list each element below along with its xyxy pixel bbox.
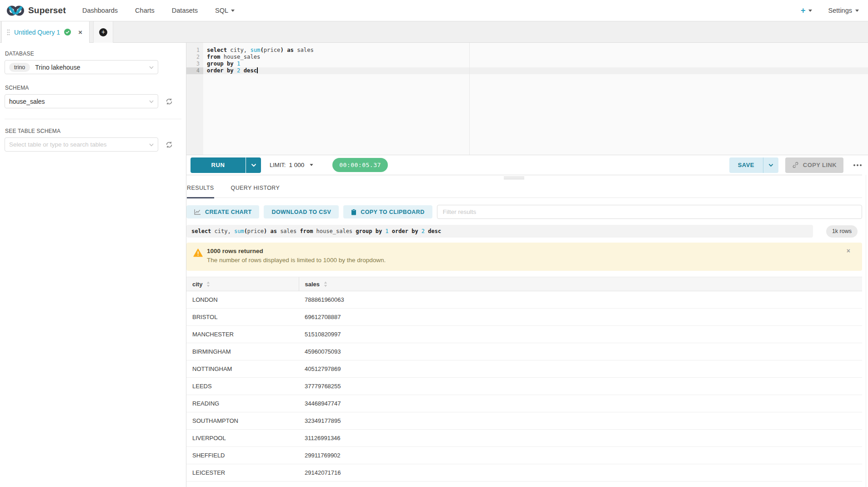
add-tab-button[interactable]: + — [99, 28, 107, 36]
editor-toolbar: RUN LIMIT: 1 000 00:00:05.37 SAVE — [186, 155, 868, 175]
cell-sales: 31126991346 — [299, 430, 862, 447]
line-number: 2 — [186, 54, 203, 61]
drag-handle-icon[interactable] — [7, 29, 10, 36]
cell-sales: 37779768255 — [299, 378, 862, 395]
table-row: LONDON788861960063 — [186, 291, 862, 309]
cell-sales: 34468947747 — [299, 395, 862, 412]
code-line: group by 1 — [207, 61, 868, 67]
limit-value: 1 000 — [289, 162, 304, 168]
table-row: LIVERPOOL31126991346 — [186, 430, 862, 447]
cell-sales: 45960075093 — [299, 343, 862, 360]
schema-select[interactable]: house_sales — [5, 94, 158, 108]
schema-value: house_sales — [9, 98, 45, 105]
brand-name: Superset — [28, 5, 66, 15]
sort-icon[interactable] — [324, 281, 327, 287]
nav-charts[interactable]: Charts — [135, 7, 155, 14]
tab-untitled-query-1[interactable]: Untitled Query 1 × — [1, 21, 90, 43]
main-nav: Dashboards Charts Datasets SQL — [82, 7, 235, 14]
row-count-badge: 1k rows — [826, 225, 858, 238]
nav-datasets[interactable]: Datasets — [172, 7, 198, 14]
table-row: LEEDS37779768255 — [186, 378, 862, 395]
cell-city: LIVERPOOL — [186, 430, 299, 447]
cell-city: READING — [186, 395, 299, 412]
code-line: select city, sum(price) as sales — [207, 47, 868, 54]
chevron-down-icon — [310, 164, 313, 166]
query-tabbar: Untitled Query 1 × + — [0, 21, 868, 43]
sqllab-sidebar: DATABASE trino Trino lakehouse SCHEMA ho… — [0, 43, 186, 487]
table-row: BRISTOL69612708887 — [186, 309, 862, 326]
line-number: 1 — [186, 47, 203, 54]
warning-icon — [193, 249, 203, 257]
results-tabs: RESULTS QUERY HISTORY — [186, 175, 862, 198]
cell-city: SOUTHAMPTON — [186, 412, 299, 430]
chevron-down-icon — [855, 10, 859, 12]
cell-city: BIRMINGHAM — [186, 343, 299, 360]
table-select-placeholder: Select table or type to search tables — [9, 141, 107, 148]
top-navbar: Superset Dashboards Charts Datasets SQL … — [0, 0, 868, 21]
download-csv-button[interactable]: DOWNLOAD TO CSV — [264, 205, 339, 218]
copy-link-button[interactable]: COPY LINK — [785, 157, 843, 173]
run-options-button[interactable] — [246, 157, 261, 173]
table-header-row: city sales — [186, 277, 862, 291]
chevron-down-icon — [149, 143, 154, 147]
cell-sales: 69612708887 — [299, 309, 862, 326]
chevron-down-icon — [808, 10, 812, 12]
table-row: READING34468947747 — [186, 395, 862, 412]
table-row: NOTTINGHAM40512797869 — [186, 360, 862, 378]
cell-city: MANCHESTER — [186, 326, 299, 343]
chevron-down-icon — [149, 100, 154, 103]
code-line: order by 2 desc — [207, 67, 868, 74]
chevron-down-icon — [149, 66, 154, 69]
run-button[interactable]: RUN — [191, 157, 246, 173]
pane-right-edge — [866, 175, 866, 487]
alert-body: The number of rows displayed is limited … — [207, 257, 844, 264]
code-line: from house_sales — [207, 54, 868, 61]
superset-logo-icon — [6, 5, 25, 16]
results-table: city sales LONDON788861960063BRISTOL6961… — [186, 277, 862, 482]
chevron-down-icon — [231, 10, 235, 12]
table-row: MANCHESTER51510820997 — [186, 326, 862, 343]
schema-label: SCHEMA — [5, 85, 181, 91]
cell-sales: 29142071716 — [299, 464, 862, 482]
results-pane: RESULTS QUERY HISTORY CREATE CHART DOWNL… — [186, 175, 862, 487]
cell-sales: 51510820997 — [299, 326, 862, 343]
pane-resize-handle[interactable] — [504, 177, 524, 180]
query-success-icon — [64, 29, 71, 36]
create-chart-button[interactable]: CREATE CHART — [186, 205, 259, 218]
database-engine-badge: trino — [9, 63, 30, 72]
settings-menu[interactable]: Settings — [828, 7, 859, 14]
nav-sql-menu[interactable]: SQL — [215, 7, 235, 14]
save-options-button[interactable] — [763, 157, 778, 173]
save-button[interactable]: SAVE — [729, 157, 763, 173]
table-row: BIRMINGHAM45960075093 — [186, 343, 862, 360]
sort-icon[interactable] — [206, 281, 210, 287]
column-header-sales[interactable]: sales — [299, 277, 862, 291]
refresh-tables-icon[interactable] — [165, 141, 173, 149]
new-item-menu[interactable]: + — [801, 6, 812, 15]
tab-results[interactable]: RESULTS — [187, 185, 214, 198]
table-select[interactable]: Select table or type to search tables — [5, 137, 158, 152]
sql-lab-page: Superset Dashboards Charts Datasets SQL … — [0, 0, 868, 487]
cell-city: LONDON — [186, 291, 299, 309]
line-number-active: 4 — [186, 67, 203, 74]
database-select[interactable]: trino Trino lakehouse — [5, 60, 158, 74]
column-header-city[interactable]: city — [186, 277, 299, 291]
filter-results-input[interactable] — [437, 205, 862, 219]
limit-dropdown[interactable]: LIMIT: 1 000 — [270, 162, 313, 168]
copy-clipboard-button[interactable]: COPY TO CLIPBOARD — [343, 205, 432, 218]
refresh-schema-icon[interactable] — [165, 97, 173, 106]
close-tab-icon[interactable]: × — [78, 29, 82, 36]
more-options-button[interactable] — [853, 164, 862, 166]
tab-query-history[interactable]: QUERY HISTORY — [231, 185, 280, 198]
superset-logo[interactable]: Superset — [6, 5, 66, 16]
line-number: 3 — [186, 61, 203, 67]
nav-dashboards[interactable]: Dashboards — [82, 7, 118, 14]
sql-editor[interactable]: 1 2 3 4 select city, sum(price) as sales… — [186, 43, 868, 155]
cell-sales: 32349177895 — [299, 412, 862, 430]
query-summary-row: select city, sum(price) as sales from ho… — [186, 225, 862, 238]
alert-title: 1000 rows returned — [207, 248, 844, 254]
plus-icon: + — [801, 6, 806, 15]
see-table-schema-label: SEE TABLE SCHEMA — [5, 128, 181, 134]
limit-label: LIMIT: — [270, 162, 286, 168]
close-icon[interactable]: × — [847, 248, 850, 254]
